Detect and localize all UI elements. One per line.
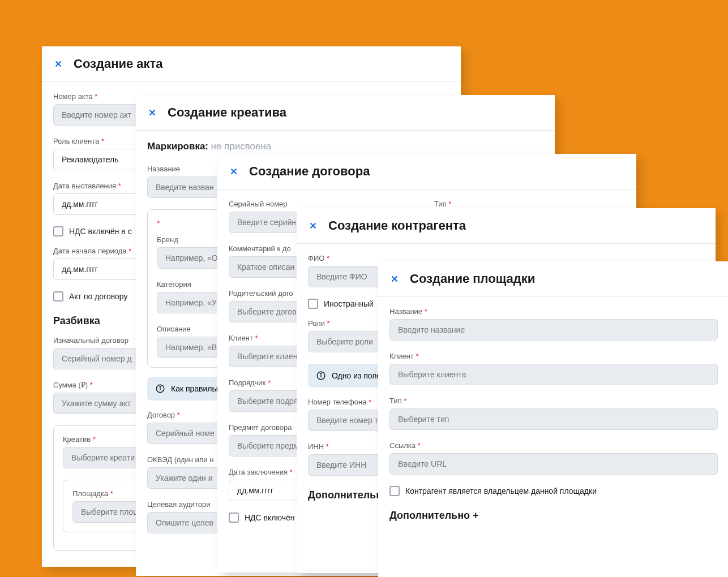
checkbox-label: Иностранный [324, 299, 374, 308]
platform-client-select[interactable] [389, 364, 718, 385]
platform-type-select[interactable] [389, 408, 718, 430]
contract-act-checkbox[interactable] [53, 291, 63, 302]
platform-link-input[interactable] [389, 453, 718, 475]
close-icon[interactable] [229, 166, 239, 176]
close-icon[interactable] [389, 274, 400, 284]
checkbox-label: Акт по договору [69, 292, 127, 301]
vat-checkbox[interactable] [53, 226, 63, 236]
additional-heading[interactable]: Дополнительно + [389, 510, 718, 522]
close-icon[interactable] [308, 221, 318, 231]
panel-title: Создание креатива [168, 105, 286, 120]
panel-title: Создание договора [249, 164, 370, 179]
field-label: Ссылка * [389, 441, 718, 450]
field-label: Название * [389, 307, 718, 316]
panel-create-platform: Создание площадки Название * Клиент * Ти… [378, 261, 728, 577]
marking-value: не присвоена [211, 141, 271, 152]
marking-label: Маркировка: [147, 141, 208, 152]
field-label: Тип * [389, 397, 718, 405]
panel-header: Создание креатива [136, 95, 555, 131]
vat-checkbox[interactable] [229, 513, 239, 523]
checkbox-label: НДС включён в с [69, 227, 132, 236]
close-icon[interactable] [147, 107, 157, 118]
panel-header: Создание контрагента [297, 208, 716, 244]
close-icon[interactable] [53, 59, 63, 69]
panel-title: Создание площадки [410, 272, 535, 286]
info-icon [155, 384, 165, 394]
field-label: Тип * [434, 200, 625, 208]
field-label: Серийный номер [229, 200, 419, 208]
panel-header: Создание договора [217, 154, 636, 190]
panel-header: Создание акта [42, 46, 461, 82]
panel-title: Создание акта [74, 57, 163, 71]
panel-title: Создание контрагента [328, 218, 466, 233]
svg-point-5 [320, 373, 322, 374]
info-text: Как правильн [171, 384, 221, 393]
panel-header: Создание площадки [378, 261, 728, 297]
svg-point-2 [160, 386, 161, 387]
foreign-checkbox[interactable] [308, 299, 318, 309]
checkbox-label: Контрагент является владельцем данной пл… [405, 486, 597, 496]
owner-checkbox[interactable] [389, 486, 400, 496]
info-text: Одно из поле [332, 371, 381, 380]
field-label: Клиент * [389, 352, 718, 360]
platform-name-input[interactable] [389, 319, 718, 341]
checkbox-label: НДС включён [245, 513, 294, 522]
info-icon [316, 371, 326, 381]
